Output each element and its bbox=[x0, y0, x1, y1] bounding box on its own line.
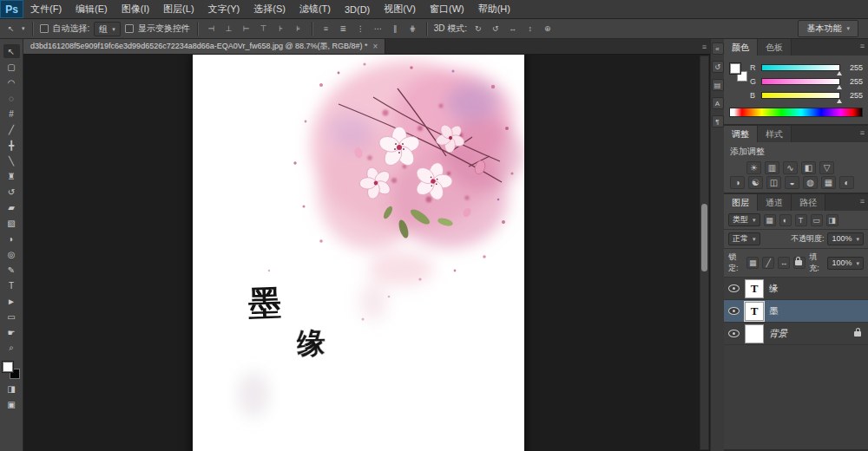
3d-roll-icon[interactable]: ↺ bbox=[489, 23, 502, 36]
tool-move[interactable]: ↖ bbox=[3, 44, 20, 58]
vertical-scrollbar[interactable] bbox=[700, 56, 709, 450]
invert-icon[interactable]: ◐ bbox=[839, 176, 854, 189]
lock-transparent-pixels-icon[interactable]: ▦ bbox=[746, 257, 759, 269]
tab-adjustments[interactable]: 调整 bbox=[724, 126, 758, 142]
properties-panel-button[interactable]: ▤ bbox=[712, 79, 724, 91]
canvas-area[interactable]: 墨 缘 bbox=[23, 55, 710, 451]
tool-history-brush[interactable]: ↺ bbox=[3, 185, 20, 199]
3d-rotate-icon[interactable]: ↻ bbox=[471, 23, 484, 36]
tab-styles[interactable]: 样式 bbox=[758, 126, 792, 142]
align-left-edges-icon[interactable]: ⊣ bbox=[205, 23, 218, 36]
filter-adjustment-layers-icon[interactable]: ◐ bbox=[779, 214, 792, 226]
menu-edit[interactable]: 编辑(E) bbox=[69, 0, 115, 18]
scrollbar-thumb[interactable] bbox=[701, 204, 707, 271]
tab-close-icon[interactable]: × bbox=[373, 42, 378, 51]
blue-value[interactable]: 255 bbox=[844, 91, 863, 100]
blend-mode-dropdown[interactable]: 正常▾ bbox=[728, 232, 760, 245]
show-transform-checkbox[interactable] bbox=[125, 24, 134, 33]
history-panel-button[interactable]: ↺ bbox=[712, 61, 724, 73]
red-value[interactable]: 255 bbox=[844, 63, 863, 72]
tab-color[interactable]: 颜色 bbox=[724, 39, 758, 56]
visibility-eye-icon[interactable] bbox=[728, 307, 740, 315]
align-vertical-centers-icon[interactable]: ⊦ bbox=[274, 23, 287, 36]
tool-eraser[interactable]: ▰ bbox=[3, 200, 20, 214]
distribute-right-edges-icon[interactable]: ⋕ bbox=[406, 23, 419, 36]
distribute-bottom-edges-icon[interactable]: ⋮ bbox=[354, 23, 367, 36]
3d-pan-icon[interactable]: ↔ bbox=[506, 23, 519, 36]
tool-rectangular-marquee[interactable]: ▢ bbox=[3, 60, 20, 74]
visibility-eye-icon[interactable] bbox=[728, 330, 740, 337]
menu-window[interactable]: 窗口(W) bbox=[423, 0, 471, 18]
menu-3d[interactable]: 3D(D) bbox=[338, 0, 377, 18]
tool-dodge[interactable]: ◎ bbox=[3, 247, 20, 261]
calligraphy-text-mo[interactable]: 墨 bbox=[247, 285, 281, 319]
tool-rectangle[interactable]: ▭ bbox=[3, 310, 20, 324]
align-horizontal-centers-icon[interactable]: ⊥ bbox=[222, 23, 235, 36]
layer-row-yuan[interactable]: T 缘 bbox=[724, 278, 868, 300]
red-slider[interactable] bbox=[761, 64, 840, 71]
panel-menu-icon[interactable]: ≡ bbox=[860, 42, 865, 50]
auto-select-dropdown[interactable]: 组▾ bbox=[94, 22, 121, 36]
panel-menu-icon[interactable]: ≡ bbox=[860, 128, 865, 137]
filter-pixel-layers-icon[interactable]: ▦ bbox=[764, 214, 776, 226]
menu-help[interactable]: 帮助(H) bbox=[471, 0, 517, 18]
opacity-dropdown[interactable]: 100%▾ bbox=[827, 232, 864, 245]
curves-icon[interactable]: ∿ bbox=[783, 161, 798, 174]
tool-horizontal-type[interactable]: T bbox=[3, 278, 20, 292]
menu-file[interactable]: 文件(F) bbox=[23, 0, 69, 18]
character-panel-button[interactable]: A bbox=[712, 97, 724, 109]
tab-swatches[interactable]: 色板 bbox=[758, 39, 792, 56]
tool-brush[interactable]: ╲ bbox=[3, 154, 20, 167]
photo-filter-icon[interactable]: ◒ bbox=[785, 176, 799, 189]
foreground-color-swatch[interactable] bbox=[3, 362, 13, 372]
slider-thumb-icon[interactable] bbox=[837, 99, 842, 103]
layer-thumbnail[interactable]: T bbox=[745, 279, 764, 298]
tool-gradient[interactable]: ▧ bbox=[3, 216, 20, 230]
tool-quick-selection[interactable]: ◌ bbox=[3, 91, 20, 105]
layer-filter-dropdown[interactable]: 类型▾ bbox=[728, 213, 760, 226]
fill-dropdown[interactable]: 100%▾ bbox=[827, 257, 864, 270]
3d-scale-icon[interactable]: ⊕ bbox=[541, 23, 554, 36]
quick-mask-button[interactable]: ◨ bbox=[3, 382, 20, 395]
menu-type[interactable]: 文字(Y) bbox=[201, 0, 247, 18]
visibility-eye-icon[interactable] bbox=[728, 284, 740, 292]
align-bottom-edges-icon[interactable]: ⊧ bbox=[292, 23, 305, 36]
tool-path-selection[interactable]: ► bbox=[3, 294, 20, 308]
panel-menu-icon[interactable]: ≡ bbox=[860, 197, 865, 206]
slider-thumb-icon[interactable] bbox=[837, 85, 842, 89]
layer-name[interactable]: 背景 bbox=[769, 328, 787, 340]
layer-row-background[interactable]: 背景 bbox=[724, 323, 868, 345]
align-top-edges-icon[interactable]: ⊤ bbox=[257, 23, 270, 36]
layer-thumbnail[interactable]: T bbox=[745, 302, 764, 321]
tab-bar-menu-icon[interactable]: ≡ bbox=[702, 42, 707, 51]
tab-channels[interactable]: 通道 bbox=[758, 194, 792, 211]
layer-thumbnail[interactable] bbox=[745, 324, 764, 343]
3d-slide-icon[interactable]: ↕ bbox=[523, 23, 536, 36]
distribute-top-edges-icon[interactable]: ≡ bbox=[319, 23, 332, 36]
vibrance-icon[interactable]: ▽ bbox=[819, 161, 834, 174]
distribute-horizontal-centers-icon[interactable]: ∥ bbox=[389, 23, 402, 36]
menu-select[interactable]: 选择(S) bbox=[247, 0, 293, 18]
workspace-switcher-button[interactable]: 基本功能▾ bbox=[798, 20, 858, 37]
panel-foreground-swatch[interactable] bbox=[730, 63, 740, 74]
menu-filter[interactable]: 滤镜(T) bbox=[293, 0, 338, 18]
align-right-edges-icon[interactable]: ⊢ bbox=[240, 23, 253, 36]
blue-slider[interactable] bbox=[761, 92, 840, 99]
distribute-left-edges-icon[interactable]: ⋯ bbox=[372, 23, 385, 36]
tool-clone-stamp[interactable]: ♜ bbox=[3, 169, 20, 183]
tool-spot-healing-brush[interactable]: ╋ bbox=[3, 138, 20, 152]
lock-position-icon[interactable]: ↔ bbox=[778, 257, 790, 269]
layer-name[interactable]: 缘 bbox=[769, 283, 779, 295]
tool-pen[interactable]: ✎ bbox=[3, 263, 20, 277]
lock-image-pixels-icon[interactable]: ╱ bbox=[762, 257, 774, 269]
color-lookup-icon[interactable]: ▦ bbox=[821, 176, 836, 189]
collapse-panels-button[interactable]: « bbox=[712, 42, 724, 55]
color-spectrum-ramp[interactable] bbox=[729, 108, 863, 117]
tool-crop[interactable]: # bbox=[3, 107, 20, 121]
tool-blur[interactable]: ◗ bbox=[3, 232, 20, 245]
auto-select-checkbox[interactable] bbox=[40, 24, 49, 33]
layer-name[interactable]: 墨 bbox=[769, 305, 779, 317]
tool-preset-caret-icon[interactable]: ▾ bbox=[22, 25, 25, 32]
tool-hand[interactable]: ☛ bbox=[3, 325, 20, 339]
exposure-icon[interactable]: ◧ bbox=[801, 161, 816, 174]
